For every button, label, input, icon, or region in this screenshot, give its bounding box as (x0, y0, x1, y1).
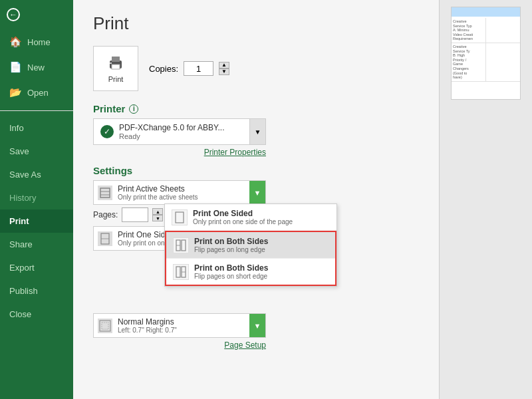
margins-dropdown[interactable]: Normal Margins Left: 0.7" Right: 0.7" ▼ (93, 313, 266, 338)
sidebar-item-close[interactable]: Close (0, 303, 73, 326)
opt-one-sided-sub: Only print on one side of the page (193, 218, 293, 225)
page-setup-link[interactable]: Page Setup (93, 340, 266, 350)
sidebar-item-print[interactable]: Print (0, 209, 73, 233)
copies-spinner: ▲ ▼ (219, 62, 229, 75)
pages-from-spinner: ▲ ▼ (152, 208, 163, 221)
printer-status-icon: ✓ (100, 125, 114, 138)
sidebar-label-close: Close (9, 309, 31, 319)
home-icon: 🏠 (9, 36, 22, 48)
sidebar: ← 🏠 Home 📄 New 📂 Open Info Save Save As … (0, 0, 73, 399)
option-one-sided[interactable]: Print One Sided Only print on one side o… (165, 204, 336, 231)
preview-cell-4 (486, 43, 520, 81)
svg-rect-1 (112, 57, 120, 62)
opt-both-short-label: Print on Both Sides (194, 263, 268, 273)
sidebar-divider (0, 110, 73, 111)
svg-rect-3 (110, 63, 112, 64)
preview-row-2: CreativeService TyB: HighPriority /GameC… (452, 43, 520, 82)
opt-both-long-label: Print on Both Sides (194, 237, 268, 246)
sidebar-item-save-as[interactable]: Save As (0, 163, 73, 186)
copies-label: Copies: (149, 64, 178, 74)
printer-name: PDF-XChange 5.0 for ABBY... (119, 123, 225, 132)
open-icon: 📂 (9, 86, 22, 98)
margins-label: Normal Margins (118, 317, 247, 327)
preview-panel: CreativeService TypA: MinimuVideo Creati… (439, 0, 532, 399)
sidebar-label-home: Home (27, 37, 51, 47)
preview-cell-2 (486, 18, 520, 43)
opt-one-sided-icon (172, 209, 188, 225)
opt-both-short-sub: Flip pages on short edge (194, 273, 268, 280)
active-sheets-sub: Only print the active sheets (118, 194, 247, 201)
option-both-sides-short[interactable]: Print on Both Sides Flip pages on short … (166, 259, 335, 285)
sidebar-label-publish: Publish (9, 286, 38, 296)
preview-cell-1: CreativeService TypA: MinimuVideo Creati… (452, 18, 486, 43)
svg-rect-2 (112, 65, 120, 69)
active-sheets-setting: Print Active Sheets Only print the activ… (93, 180, 266, 205)
margins-sub: Left: 0.7" Right: 0.7" (118, 327, 247, 334)
printer-icon (106, 54, 125, 72)
sidebar-item-history[interactable]: History (0, 186, 73, 209)
svg-rect-16 (100, 321, 110, 331)
opt-both-long-sub: Flip pages on long edge (194, 246, 268, 253)
sidebar-label-save-as: Save As (9, 170, 41, 180)
svg-rect-4 (100, 188, 110, 198)
sides-dropdown-overlay: Print One Sided Only print on one side o… (164, 203, 337, 287)
back-button[interactable]: ← (0, 0, 73, 29)
sidebar-label-new: New (27, 63, 45, 72)
preview-page: CreativeService TypA: MinimuVideo Creati… (451, 7, 521, 100)
preview-header (452, 7, 520, 17)
copies-up-button[interactable]: ▲ (219, 62, 229, 68)
sidebar-item-info[interactable]: Info (0, 116, 73, 140)
margins-arrow-icon: ▼ (249, 314, 265, 337)
sidebar-label-print: Print (9, 216, 29, 226)
print-button[interactable]: Print (93, 46, 138, 91)
margins-setting: Normal Margins Left: 0.7" Right: 0.7" ▼ (93, 313, 266, 338)
printer-selector[interactable]: ✓ PDF-XChange 5.0 for ABBY... Ready ▼ (93, 118, 266, 145)
sidebar-item-new[interactable]: 📄 New (0, 55, 73, 80)
new-icon: 📄 (9, 61, 22, 73)
printer-status: Ready (119, 132, 225, 140)
pages-from-up[interactable]: ▲ (152, 208, 163, 215)
pages-from-input[interactable] (122, 207, 148, 222)
active-sheets-label: Print Active Sheets (118, 184, 247, 194)
copies-input[interactable] (184, 61, 213, 76)
sidebar-item-home[interactable]: 🏠 Home (0, 29, 73, 55)
copies-section: Copies: ▲ ▼ (149, 61, 229, 76)
sidebar-item-save[interactable]: Save (0, 140, 73, 163)
sidebar-item-share[interactable]: Share (0, 233, 73, 256)
print-button-label: Print (108, 75, 124, 83)
margins-icon (98, 319, 112, 333)
sidebar-label-history: History (9, 193, 36, 203)
svg-rect-11 (182, 240, 186, 251)
sidebar-item-publish[interactable]: Publish (0, 279, 73, 303)
active-sheets-dropdown[interactable]: Print Active Sheets Only print the activ… (93, 180, 266, 205)
opt-both-long-icon (173, 237, 189, 253)
svg-rect-17 (102, 323, 108, 329)
main-content: Print Print Copies: ▲ ▼ Printer i ✓ (73, 0, 532, 399)
both-sides-group: Print on Both Sides Flip pages on long e… (165, 231, 336, 286)
sidebar-label-export: Export (9, 263, 35, 273)
one-sided-icon (98, 231, 112, 246)
printer-properties-link[interactable]: Printer Properties (93, 148, 266, 157)
svg-rect-9 (176, 212, 184, 223)
copies-down-button[interactable]: ▼ (219, 68, 229, 75)
svg-rect-13 (176, 267, 180, 277)
sidebar-item-open[interactable]: 📂 Open (0, 80, 73, 105)
pages-from-down[interactable]: ▼ (152, 215, 163, 221)
preview-cell-3: CreativeService TyB: HighPriority /GameC… (452, 43, 486, 81)
opt-both-short-icon (173, 264, 189, 280)
sidebar-label-open: Open (27, 88, 49, 98)
active-sheets-arrow-icon: ▼ (249, 181, 265, 204)
printer-info-icon[interactable]: i (129, 104, 138, 114)
sidebar-label-info: Info (9, 123, 24, 133)
opt-one-sided-label: Print One Sided (193, 209, 293, 218)
printer-dropdown-button[interactable]: ▼ (249, 119, 265, 144)
sheets-icon (98, 186, 112, 200)
pages-label: Pages: (93, 210, 118, 219)
option-both-sides-long[interactable]: Print on Both Sides Flip pages on long e… (166, 232, 335, 259)
sidebar-label-share: Share (9, 239, 33, 249)
back-arrow-icon: ← (7, 8, 20, 21)
sidebar-item-export[interactable]: Export (0, 256, 73, 279)
preview-row-1: CreativeService TypA: MinimuVideo Creati… (452, 18, 520, 43)
sidebar-label-save: Save (9, 146, 29, 156)
